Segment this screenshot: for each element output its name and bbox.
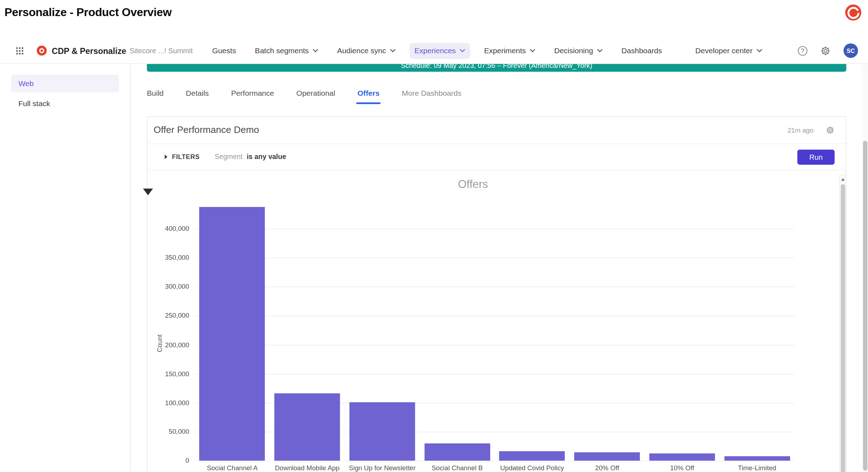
gridline — [195, 229, 795, 229]
tab-operational[interactable]: Operational — [296, 89, 335, 104]
filters-bar: FILTERS Segment is any value Run — [148, 144, 846, 170]
chart-region: Offers Count 050,000100,000150,000200,00… — [148, 170, 846, 472]
x-tick-label: Time-Limited — [720, 464, 795, 472]
y-tick-label: 250,000 — [148, 312, 189, 320]
dropdown-caret-icon[interactable] — [143, 189, 153, 195]
bar-download-mobile-app[interactable] — [274, 393, 340, 461]
nav-item-label: Audience sync — [337, 46, 386, 55]
main-content: Schedule: 09 May 2023, 07:56 – Forever (… — [147, 64, 846, 472]
x-tick-label: 20% Off — [570, 464, 645, 472]
gridline — [195, 461, 795, 461]
brand-logo-icon[interactable] — [36, 45, 47, 56]
bar-10-off[interactable] — [649, 454, 715, 461]
nav-item-label: Decisioning — [554, 46, 593, 55]
run-button[interactable]: Run — [797, 149, 834, 164]
x-tick-label: 10% Off — [645, 464, 720, 472]
card-title: Offer Performance Demo — [154, 125, 259, 136]
bar-updated-covid-policy[interactable] — [499, 451, 565, 461]
tab-build[interactable]: Build — [147, 89, 164, 104]
y-tick-label: 100,000 — [148, 399, 189, 407]
app-scale-wrapper: Personalize - Product Overview — [0, 0, 868, 472]
tab-offers[interactable]: Offers — [357, 89, 380, 104]
chart-title: Offers — [154, 178, 792, 191]
chevron-down-icon — [390, 49, 396, 52]
scroll-up-arrow-icon[interactable] — [841, 178, 844, 181]
nav-item-decisioning[interactable]: Decisioning — [549, 43, 607, 59]
chevron-down-icon — [530, 49, 535, 52]
settings-gear-icon[interactable] — [820, 45, 831, 56]
chevron-down-icon — [757, 49, 762, 52]
chevron-down-icon — [597, 49, 603, 52]
page-scrollbar-thumb[interactable] — [863, 141, 867, 471]
nav-item-developer-center[interactable]: Developer center — [690, 43, 767, 59]
bar-sign-up-for-newsletter[interactable] — [349, 402, 415, 461]
sitecore-logo-icon — [844, 3, 862, 24]
tab-details[interactable]: Details — [186, 89, 209, 104]
card-settings-icon[interactable] — [826, 126, 835, 135]
help-glyph: ? — [801, 47, 804, 54]
gridline — [195, 258, 795, 258]
y-tick-label: 150,000 — [148, 370, 189, 378]
filter-summary: Segment is any value — [215, 153, 286, 161]
x-tick-label: Updated Covid Policy — [495, 464, 570, 472]
nav-item-guests[interactable]: Guests — [207, 43, 241, 59]
expand-triangle-icon — [165, 155, 168, 159]
nav-item-label: Guests — [212, 46, 236, 55]
nav-right: ? SC — [798, 43, 860, 58]
top-navbar: CDP & Personalize Sitecore ...! Summit G… — [0, 38, 868, 64]
filters-label: FILTERS — [172, 154, 200, 160]
user-avatar[interactable]: SC — [843, 43, 858, 58]
help-icon[interactable]: ? — [798, 46, 807, 55]
filter-field: Segment — [215, 153, 243, 161]
x-tick-label: Social Channel B — [420, 464, 495, 472]
bar-20-off[interactable] — [574, 452, 640, 461]
nav-item-label: Experiments — [484, 46, 526, 55]
sidebar-item-web[interactable]: Web — [11, 75, 119, 93]
nav-item-label: Experiences — [415, 46, 456, 55]
page-title: Personalize - Product Overview — [4, 6, 172, 19]
y-tick-label: 200,000 — [148, 341, 189, 349]
app-grid-icon[interactable] — [16, 46, 24, 55]
nav-item-label: Batch segments — [255, 46, 309, 55]
dashboard-card: Offer Performance Demo 21m ago — [147, 116, 846, 472]
tab-more-dashboards[interactable]: More Dashboards — [402, 89, 461, 104]
page-scrollbar[interactable] — [862, 64, 868, 472]
nav-items: GuestsBatch segmentsAudience syncExperie… — [207, 43, 767, 59]
titlebar: Personalize - Product Overview — [0, 0, 868, 38]
card-header-right: 21m ago — [788, 126, 835, 135]
card-header: Offer Performance Demo 21m ago — [148, 117, 846, 144]
nav-item-label: Dashboards — [621, 46, 662, 55]
tab-bar: BuildDetailsPerformanceOperationalOffers… — [147, 89, 846, 111]
filters-toggle[interactable]: FILTERS — [165, 154, 200, 160]
nav-item-dashboards[interactable]: Dashboards — [616, 43, 667, 59]
bar-social-channel-b[interactable] — [424, 443, 490, 461]
nav-item-audience-sync[interactable]: Audience sync — [332, 43, 401, 59]
gridline — [195, 316, 795, 316]
filter-value: is any value — [247, 153, 286, 161]
y-tick-label: 0 — [148, 457, 189, 464]
y-tick-label: 350,000 — [148, 254, 189, 262]
bar-social-channel-a[interactable] — [199, 207, 265, 461]
sidebar: WebFull stack — [0, 64, 131, 472]
brand-name: CDP & Personalize — [52, 46, 127, 55]
tab-performance[interactable]: Performance — [231, 89, 274, 104]
bar-time-limited[interactable] — [724, 456, 790, 461]
y-tick-label: 400,000 — [148, 225, 189, 233]
nav-item-experiences[interactable]: Experiences — [410, 43, 470, 59]
x-tick-label: Social Channel A — [195, 464, 270, 472]
body-row: WebFull stack Schedule: 09 May 2023, 07:… — [0, 64, 868, 472]
chevron-down-icon — [460, 49, 465, 52]
nav-item-label: Developer center — [695, 46, 753, 55]
last-updated: 21m ago — [788, 126, 814, 134]
sidebar-item-full-stack[interactable]: Full stack — [11, 95, 119, 113]
chart-scrollbar[interactable] — [839, 175, 846, 472]
gridline — [195, 345, 795, 346]
brand-subtitle: Sitecore ...! Summit — [130, 46, 193, 55]
chevron-down-icon — [313, 49, 318, 52]
gridline — [195, 374, 795, 374]
nav-item-experiments[interactable]: Experiments — [479, 43, 540, 59]
x-tick-label: Download Mobile App — [270, 464, 345, 472]
chart-scrollbar-thumb[interactable] — [840, 184, 845, 472]
nav-item-batch-segments[interactable]: Batch segments — [250, 43, 323, 59]
app-window: Personalize - Product Overview — [0, 0, 868, 472]
